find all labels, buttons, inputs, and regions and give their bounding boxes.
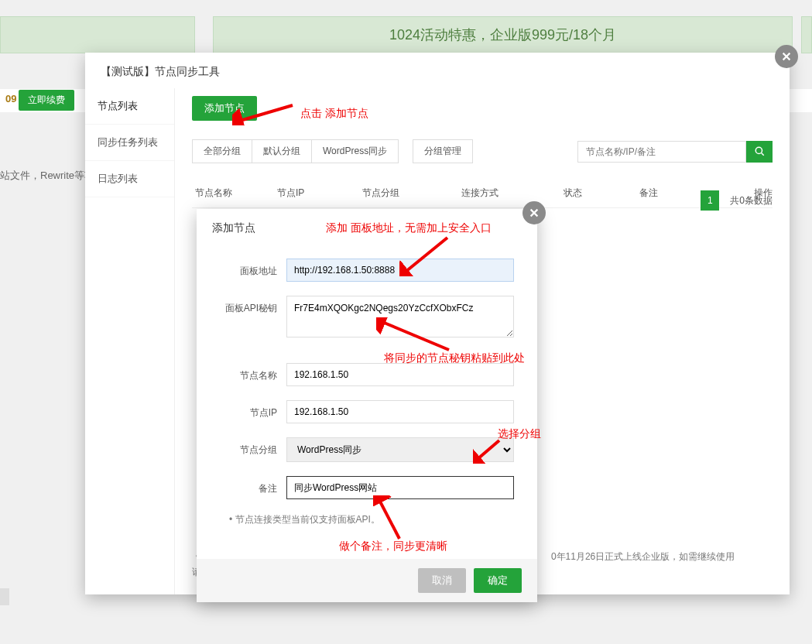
bg-banner-left	[0, 16, 195, 53]
col-group: 节点分组	[362, 187, 461, 200]
tab-logs[interactable]: 日志列表	[85, 161, 174, 197]
page-total: 共0条数据	[730, 194, 773, 207]
renew-button[interactable]: 立即续费	[19, 90, 74, 111]
label-api-key: 面板API秘钥	[220, 296, 286, 315]
add-node-button[interactable]: 添加节点	[192, 96, 257, 121]
close-icon[interactable]	[775, 45, 798, 68]
panel-url-input[interactable]	[286, 259, 514, 282]
search-button[interactable]	[746, 141, 773, 163]
node-ip-input[interactable]	[286, 400, 514, 423]
label-node-group: 节点分组	[220, 437, 286, 457]
table-header: 节点名称 节点IP 节点分组 连接方式 状态 备注 操作	[192, 177, 773, 208]
modal-title: 【测试版】节点同步工具	[85, 53, 790, 88]
confirm-button[interactable]: 确定	[474, 568, 522, 593]
page-number[interactable]: 1	[701, 190, 719, 211]
bg-decor	[0, 588, 9, 605]
api-key-input[interactable]: Fr7E4mXQOKgc2NQegs20YzCcfXObxFCz	[286, 296, 514, 337]
node-name-input[interactable]	[286, 363, 514, 386]
bg-banner-right	[801, 16, 812, 53]
label-panel-url: 面板地址	[220, 259, 286, 278]
bg-rewrite-text: 站文件，Rewrite等项	[0, 169, 94, 183]
remark-input[interactable]	[286, 476, 514, 499]
group-manage-button[interactable]: 分组管理	[413, 139, 473, 163]
promo-banner-text: 1024活动特惠，企业版999元/18个月	[389, 26, 616, 44]
dialog-title: 添加节点	[197, 209, 537, 245]
add-node-dialog: 添加节点 面板地址 面板API秘钥 Fr7E4mXQOKgc2NQegs20Yz…	[197, 209, 537, 602]
label-remark: 备注	[220, 476, 286, 495]
filter-all[interactable]: 全部分组	[192, 139, 252, 163]
tab-sync-jobs[interactable]: 同步任务列表	[85, 125, 174, 161]
svg-point-0	[755, 147, 762, 153]
dialog-footer: 取消 确定	[197, 559, 537, 602]
pager: 1 共0条数据	[701, 190, 773, 211]
filter-default[interactable]: 默认分组	[252, 139, 312, 163]
dialog-note: 节点连接类型当前仅支持面板API。	[229, 513, 514, 526]
close-icon[interactable]	[522, 201, 546, 224]
promo-banner: 1024活动特惠，企业版999元/18个月	[213, 16, 793, 53]
label-node-ip: 节点IP	[220, 400, 286, 420]
col-name: 节点名称	[192, 187, 277, 200]
cancel-button[interactable]: 取消	[418, 568, 466, 593]
node-group-select[interactable]: WordPress同步	[286, 437, 514, 462]
filter-wordpress[interactable]: WordPress同步	[311, 139, 399, 163]
tab-node-list[interactable]: 节点列表	[85, 88, 174, 125]
side-tabs: 节点列表 同步任务列表 日志列表	[85, 88, 175, 594]
col-ip: 节点IP	[277, 187, 362, 200]
label-node-name: 节点名称	[220, 363, 286, 382]
search-icon	[754, 146, 766, 157]
col-status: 状态	[564, 187, 639, 200]
col-conn: 连接方式	[461, 187, 564, 200]
search-input[interactable]	[577, 141, 746, 163]
filter-bar: 全部分组 默认分组 WordPress同步 分组管理	[192, 139, 773, 163]
